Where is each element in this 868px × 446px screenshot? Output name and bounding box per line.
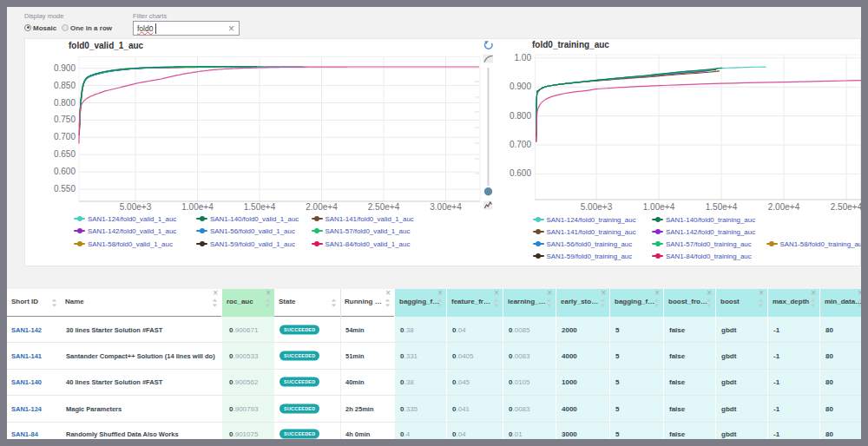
svg-text:1.50e+4: 1.50e+4 [706, 202, 738, 212]
svg-text:0.600: 0.600 [510, 168, 531, 178]
svg-text:1.50e+4: 1.50e+4 [244, 202, 276, 212]
svg-text:0.800: 0.800 [510, 111, 531, 121]
svg-text:5.00e+3: 5.00e+3 [120, 202, 152, 212]
svg-text:0.900: 0.900 [54, 63, 76, 73]
svg-text:1.00e+4: 1.00e+4 [181, 202, 214, 212]
svg-text:0.700: 0.700 [510, 140, 531, 149]
svg-text:3.00e+4: 3.00e+4 [430, 202, 462, 212]
svg-text:0.750: 0.750 [54, 115, 76, 124]
svg-text:0.900: 0.900 [510, 82, 531, 91]
svg-text:0.700: 0.700 [54, 132, 76, 141]
svg-text:0.550: 0.550 [54, 184, 76, 193]
svg-text:5.00e+3: 5.00e+3 [581, 202, 613, 212]
svg-text:2.00e+4: 2.00e+4 [768, 202, 800, 212]
svg-text:2.00e+4: 2.00e+4 [306, 202, 338, 212]
svg-text:1.00: 1.00 [515, 53, 532, 62]
svg-text:0.850: 0.850 [54, 81, 76, 90]
svg-text:0.600: 0.600 [54, 167, 76, 176]
svg-text:0.650: 0.650 [54, 149, 76, 159]
svg-text:0.800: 0.800 [54, 98, 76, 108]
svg-text:1.00e+4: 1.00e+4 [643, 202, 675, 212]
svg-text:2.50e+4: 2.50e+4 [831, 202, 861, 212]
svg-text:2.50e+4: 2.50e+4 [368, 202, 400, 212]
